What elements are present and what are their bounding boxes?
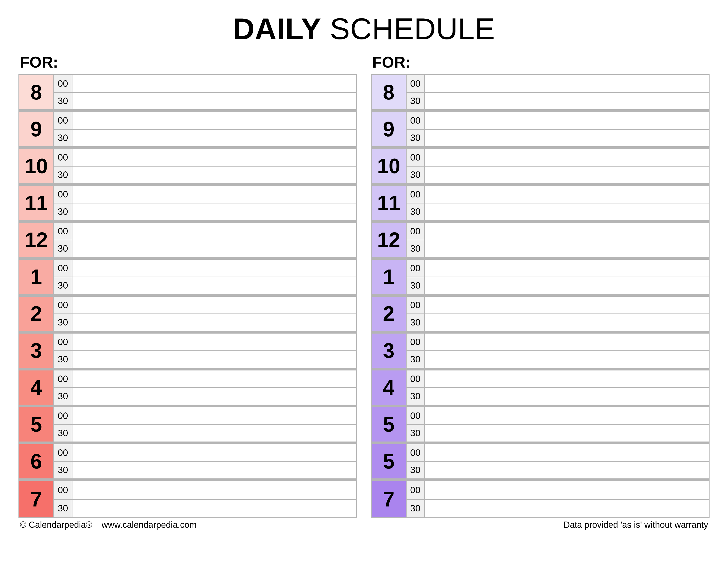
entry-cell[interactable] [73,277,356,294]
entry-cell[interactable] [425,388,709,405]
entry-cell[interactable] [73,93,356,110]
entry-cell[interactable] [425,93,709,110]
hour-label: 6 [19,444,54,479]
entry-cell[interactable] [425,167,709,183]
minute-label: 00 [54,149,73,166]
entry-cell[interactable] [425,297,709,314]
entry-cell[interactable] [73,297,356,314]
minute-label: 30 [407,203,425,220]
entry-cell[interactable] [425,203,709,220]
hour-label: 11 [19,186,54,220]
title-light: SCHEDULE [330,12,495,46]
minute-row: 30 [407,351,709,368]
entry-cell[interactable] [425,444,709,461]
entry-cell[interactable] [73,444,356,461]
entry-cell[interactable] [73,149,356,166]
minute-label: 00 [407,260,425,277]
hour-label: 3 [19,334,54,368]
entry-cell[interactable] [425,407,709,424]
minute-label: 00 [407,297,425,314]
minute-label: 00 [54,260,73,277]
minute-row: 00 [407,407,709,425]
hour-block: 20030 [372,297,709,334]
entry-cell[interactable] [73,462,356,479]
entry-cell[interactable] [425,314,709,331]
entry-cell[interactable] [73,351,356,368]
entry-cell[interactable] [73,240,356,257]
minute-row: 30 [407,500,709,517]
entry-cell[interactable] [73,223,356,240]
minute-row: 00 [407,444,709,462]
entry-cell[interactable] [73,500,356,517]
minute-label: 30 [407,240,425,257]
entry-cell[interactable] [73,371,356,387]
hour-block: 10030 [19,260,356,297]
schedule-grid-left: 8003090030100030110030120030100302003030… [19,74,357,518]
minute-label: 00 [407,444,425,461]
entry-cell[interactable] [73,407,356,424]
hour-block: 30030 [372,334,709,371]
entry-cell[interactable] [73,425,356,442]
hour-label: 10 [19,149,54,183]
hour-block: 60030 [19,444,356,481]
hour-label: 11 [372,186,407,220]
minute-label: 30 [407,277,425,294]
entry-cell[interactable] [425,425,709,442]
entry-cell[interactable] [425,334,709,350]
minute-label: 00 [407,112,425,129]
minute-label: 00 [54,481,73,499]
hour-block: 80030 [19,75,356,112]
minute-row: 00 [54,407,356,425]
entry-cell[interactable] [425,277,709,294]
entry-cell[interactable] [425,112,709,129]
minute-row: 00 [54,223,356,240]
entry-cell[interactable] [425,149,709,166]
entry-cell[interactable] [73,388,356,405]
for-label-left: FOR: [20,53,357,71]
entry-cell[interactable] [425,260,709,277]
minute-label: 30 [54,500,73,517]
hour-label: 12 [372,223,407,257]
minute-row: 30 [407,277,709,294]
minute-label: 30 [407,388,425,405]
entry-cell[interactable] [425,223,709,240]
entry-cell[interactable] [425,351,709,368]
entry-cell[interactable] [73,186,356,203]
entry-cell[interactable] [425,129,709,146]
minute-label: 00 [54,444,73,461]
minute-label: 00 [54,186,73,203]
minute-row: 30 [407,93,709,110]
minute-row: 30 [54,351,356,368]
hour-subrows: 0030 [407,186,709,220]
entry-cell[interactable] [73,112,356,129]
entry-cell[interactable] [425,371,709,387]
entry-cell[interactable] [73,334,356,350]
entry-cell[interactable] [425,186,709,203]
minute-label: 30 [407,314,425,331]
minute-row: 30 [407,240,709,257]
hour-subrows: 0030 [407,75,709,109]
entry-cell[interactable] [73,203,356,220]
entry-cell[interactable] [425,481,709,499]
entry-cell[interactable] [73,129,356,146]
page-footer: © Calendarpedia® www.calendarpedia.com D… [19,518,709,530]
title-bold: DAILY [233,12,321,46]
minute-label: 00 [407,407,425,424]
entry-cell[interactable] [425,75,709,92]
hour-block: 10030 [372,260,709,297]
hour-label: 4 [372,371,407,405]
minute-label: 30 [407,93,425,110]
entry-cell[interactable] [425,240,709,257]
hour-block: 80030 [372,75,709,112]
entry-cell[interactable] [73,481,356,499]
entry-cell[interactable] [73,75,356,92]
entry-cell[interactable] [425,462,709,479]
minute-row: 30 [54,500,356,517]
entry-cell[interactable] [73,314,356,331]
minute-label: 00 [54,75,73,92]
footer-left: © Calendarpedia® www.calendarpedia.com [20,520,203,530]
entry-cell[interactable] [73,260,356,277]
entry-cell[interactable] [425,500,709,517]
entry-cell[interactable] [73,167,356,183]
hour-block: 110030 [19,186,356,223]
